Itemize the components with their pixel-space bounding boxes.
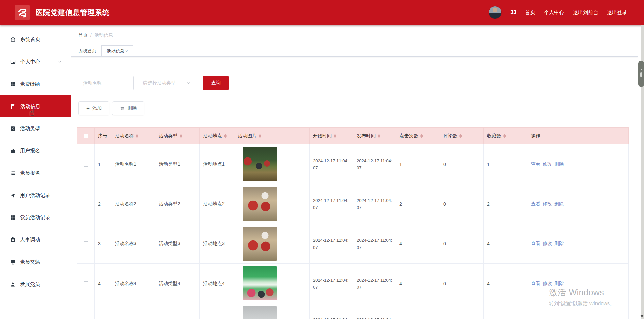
breadcrumb-home[interactable]: 首页	[78, 32, 88, 38]
sidebar-item-system-home[interactable]: 系统首页	[0, 28, 71, 51]
activity-type: 活动类型2	[155, 184, 200, 224]
breadcrumb-current: 活动信息	[94, 32, 113, 38]
edit-link[interactable]: 修改	[543, 161, 552, 167]
topbar-link-exit-front[interactable]: 退出到前台	[573, 9, 598, 16]
view-link[interactable]: 查看	[531, 161, 540, 167]
start-time: 2024-12-17 11:04:07	[310, 224, 353, 264]
row-checkbox[interactable]	[84, 162, 88, 167]
edit-link[interactable]: 修改	[543, 281, 552, 286]
sidebar-item-user-activity-record[interactable]: 用户活动记录	[0, 184, 71, 206]
tab-system-home[interactable]: 系统首页	[74, 45, 101, 56]
clipboard-x-icon	[10, 126, 16, 132]
sidebar-item-rewards-punishments[interactable]: 党员奖惩	[0, 251, 71, 273]
header-start-time: 开始时间	[310, 128, 353, 144]
sort-caret-icon[interactable]	[224, 134, 227, 138]
click-count: 1	[396, 144, 440, 184]
edit-link[interactable]: 修改	[543, 241, 552, 246]
activity-type: 活动类型1	[155, 144, 200, 184]
tab-activity-info[interactable]: 活动信息×	[101, 45, 133, 56]
plus-icon: +	[86, 106, 90, 111]
edit-link[interactable]: 修改	[543, 201, 552, 206]
tab-close-icon[interactable]: ×	[125, 49, 128, 54]
table-header-row: 序号 活动名称 活动类型 活动地点 活动图片 开始时间 发布时间 点击次数 评论…	[77, 128, 629, 144]
activity-photo	[243, 147, 277, 181]
delete-link[interactable]: 删除	[554, 161, 564, 167]
sort-caret-icon[interactable]	[378, 134, 380, 138]
sidebar-item-label: 人事调动	[20, 237, 40, 243]
favorite-count: 4	[484, 264, 527, 303]
view-link[interactable]: 查看	[531, 201, 540, 206]
start-time: 2024-12-17 11:04:07	[310, 303, 353, 319]
row-checkbox[interactable]	[84, 281, 88, 286]
row-checkbox[interactable]	[84, 241, 88, 246]
delete-link[interactable]: 删除	[554, 281, 564, 286]
row-index	[95, 303, 111, 319]
sort-caret-icon[interactable]	[180, 134, 182, 138]
start-time: 2024-12-17 11:04:07	[310, 144, 353, 184]
row-index: 3	[95, 224, 111, 264]
delete-link[interactable]: 删除	[554, 201, 564, 206]
delete-button[interactable]: 删除	[112, 101, 144, 115]
sidebar-item-activity-info[interactable]: 活动信息	[0, 95, 71, 117]
row-checkbox[interactable]	[84, 202, 88, 206]
publish-time: 2024-12-17 11:04:07	[353, 184, 396, 224]
scrollbar-down-arrow-icon[interactable]	[640, 315, 644, 317]
row-index: 4	[95, 264, 111, 303]
query-button[interactable]: 查询	[203, 76, 229, 90]
start-time: 2024-12-17 11:04:07	[310, 184, 353, 224]
sidebar-item-label: 党员活动记录	[20, 214, 50, 221]
sidebar-item-label: 用户活动记录	[20, 192, 50, 199]
scrollbar-thumb[interactable]	[638, 61, 644, 87]
watermark-line1: 激活 Windows	[549, 287, 615, 298]
sort-caret-icon[interactable]	[420, 134, 423, 138]
click-count: 4	[396, 264, 440, 303]
app-logo	[15, 5, 30, 20]
sidebar-item-party-fees[interactable]: 党费缴纳	[0, 73, 71, 95]
app-title: 医院党建信息管理系统	[36, 8, 110, 17]
sidebar-item-user-signup[interactable]: 用户报名	[0, 140, 71, 162]
publish-time: 2024-12-17 11:04:07	[353, 224, 396, 264]
trash-icon	[120, 106, 125, 111]
sort-caret-icon[interactable]	[334, 134, 336, 138]
breadcrumb-separator: /	[90, 32, 92, 38]
sidebar-item-personnel-transfer[interactable]: 人事调动	[0, 229, 71, 251]
view-link[interactable]: 查看	[531, 281, 540, 286]
sidebar-item-label: 个人中心	[20, 59, 40, 65]
add-button-label: 添加	[92, 105, 102, 111]
start-time: 2024-12-17 11:04:07	[310, 264, 353, 303]
comment-count: 0	[440, 184, 484, 224]
sidebar-item-develop-members[interactable]: 发展党员	[0, 273, 71, 295]
app-window: 医院党建信息管理系统 33 首页 个人中心 退出到前台 退出登录 系统首页 个人…	[0, 0, 644, 319]
sidebar-item-member-activity-record[interactable]: 党员活动记录	[0, 206, 71, 229]
sidebar-item-personal-center[interactable]: 个人中心	[0, 51, 71, 73]
activity-type-select[interactable]: 请选择活动类型	[138, 76, 194, 90]
select-all-checkbox[interactable]	[84, 134, 88, 138]
table-row: 2 活动名称2 活动类型2 活动地点2 2024-12-17 11:04:07 …	[77, 184, 629, 224]
sort-caret-icon[interactable]	[503, 134, 506, 138]
topbar-link-home[interactable]: 首页	[525, 9, 535, 16]
view-link[interactable]: 查看	[531, 241, 540, 246]
sort-caret-icon[interactable]	[136, 134, 138, 138]
activity-place: 活动地点2	[200, 184, 234, 224]
topbar-link-profile[interactable]: 个人中心	[544, 9, 564, 16]
topbar: 医院党建信息管理系统 33 首页 个人中心 退出到前台 退出登录	[0, 0, 644, 25]
favorite-count: 4	[484, 224, 527, 264]
select-placeholder: 请选择活动类型	[143, 80, 176, 86]
delete-link[interactable]: 删除	[554, 241, 564, 246]
sort-caret-icon[interactable]	[259, 134, 261, 138]
activity-name-input[interactable]	[78, 76, 134, 90]
topbar-link-logout[interactable]: 退出登录	[607, 9, 627, 16]
person-icon	[10, 282, 16, 287]
sidebar-item-label: 党员奖惩	[20, 259, 40, 265]
sort-caret-icon[interactable]	[459, 134, 462, 138]
sidebar-item-activity-type[interactable]: 活动类型	[0, 117, 71, 140]
chevron-down-icon	[58, 60, 62, 64]
click-count: 4	[396, 224, 440, 264]
user-avatar[interactable]	[489, 6, 502, 19]
watermark-line2: 转到“设置”以激活 Windows。	[549, 300, 615, 307]
sidebar-item-member-signup[interactable]: 党员报名	[0, 162, 71, 184]
sidebar-item-label: 党费缴纳	[20, 81, 40, 87]
activity-photo	[243, 227, 277, 261]
row-index: 1	[95, 144, 111, 184]
add-button[interactable]: + 添加	[78, 101, 109, 115]
